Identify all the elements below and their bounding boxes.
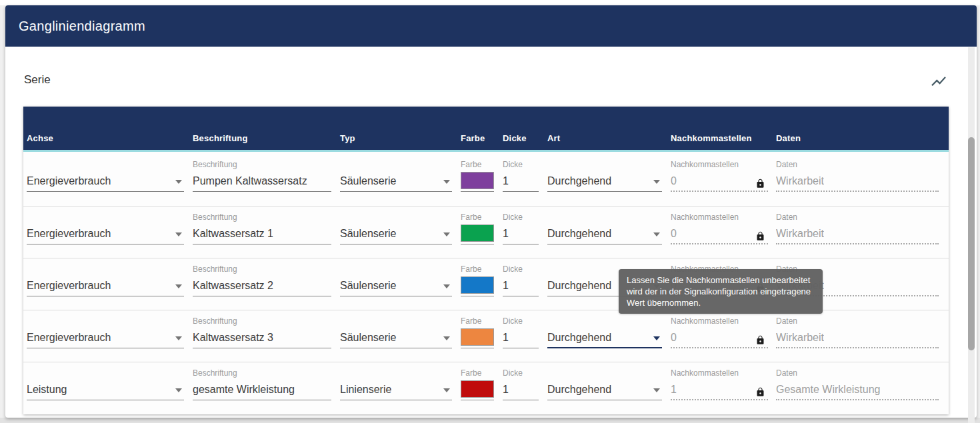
achse-value: Energieverbrauch: [27, 276, 111, 295]
tooltip: Lassen Sie die Nachkommastellen unbearbe…: [619, 269, 823, 314]
achse-cell: Energieverbrauch: [27, 207, 184, 258]
beschriftung-input[interactable]: gesamte Wirkleistung: [193, 380, 331, 400]
daten-value: Wirkarbeit: [776, 328, 824, 347]
typ-select[interactable]: Säulenserie: [340, 276, 452, 296]
nachkommastellen-input: 1: [671, 380, 768, 400]
achse-select[interactable]: Energieverbrauch: [27, 171, 184, 192]
beschriftung-input[interactable]: Kaltwassersatz 1: [193, 224, 331, 244]
beschriftung-label: Beschriftung: [193, 160, 237, 169]
art-value: Durchgehend: [547, 380, 611, 399]
dicke-input[interactable]: 1: [503, 171, 539, 192]
typ-cell: Säulenserie: [340, 310, 452, 362]
nachkommastellen-value: 0: [671, 171, 677, 191]
table-row: Energieverbrauch Beschriftung Pumpen Kal…: [23, 154, 949, 206]
beschriftung-value: Kaltwassersatz 2: [193, 276, 273, 295]
vertical-scrollbar[interactable]: [968, 47, 975, 423]
farbe-field: [461, 328, 494, 348]
art-cell: Durchgehend: [547, 362, 662, 414]
farbe-label: Farbe: [461, 316, 481, 326]
dicke-label: Dicke: [503, 316, 523, 326]
daten-label: Daten: [776, 212, 797, 222]
table-row: Energieverbrauch Beschriftung Kaltwasser…: [23, 310, 949, 362]
typ-value: Linienserie: [340, 380, 391, 399]
chevron-down-icon: [175, 284, 182, 288]
dicke-cell: Dicke 1: [503, 362, 539, 414]
achse-value: Energieverbrauch: [27, 171, 111, 191]
art-select[interactable]: Durchgehend: [547, 171, 662, 192]
typ-select[interactable]: Säulenserie: [340, 171, 452, 192]
typ-select[interactable]: Linienserie: [340, 380, 452, 400]
line-chart-icon[interactable]: [930, 73, 947, 90]
beschriftung-label: Beschriftung: [193, 316, 237, 326]
nachkommastellen-label: Nachkommastellen: [671, 160, 739, 169]
beschriftung-label: Beschriftung: [193, 212, 237, 222]
farbe-cell: Farbe: [461, 258, 494, 310]
scrollbar-thumb[interactable]: [968, 137, 975, 350]
daten-label: Daten: [776, 316, 797, 326]
dicke-input[interactable]: 1: [503, 328, 539, 348]
dicke-input[interactable]: 1: [503, 276, 539, 296]
achse-cell: Energieverbrauch: [27, 310, 184, 362]
art-value: Durchgehend: [547, 224, 611, 243]
beschriftung-value: Kaltwassersatz 1: [193, 224, 273, 243]
art-select[interactable]: Durchgehend: [547, 380, 662, 400]
lock-icon: [755, 332, 765, 344]
achse-select[interactable]: Energieverbrauch: [27, 328, 184, 348]
typ-select[interactable]: Säulenserie: [340, 328, 452, 348]
daten-input: Gesamte Wirkleistung: [776, 380, 939, 400]
typ-cell: Säulenserie: [340, 258, 452, 310]
column-header-nachkommastellen: Nachkommastellen: [671, 133, 768, 143]
dicke-input[interactable]: 1: [503, 380, 539, 400]
color-swatch[interactable]: [461, 328, 494, 346]
color-swatch[interactable]: [461, 224, 494, 242]
art-select[interactable]: Durchgehend: [547, 224, 662, 244]
nachkommastellen-cell: Nachkommastellen 0: [671, 154, 768, 206]
achse-select[interactable]: Energieverbrauch: [27, 224, 184, 244]
dicke-value: 1: [503, 380, 509, 399]
lock-icon: [755, 176, 765, 187]
beschriftung-value: Kaltwassersatz 3: [193, 328, 273, 347]
dicke-cell: Dicke 1: [503, 207, 539, 258]
achse-select[interactable]: Leistung: [27, 380, 184, 400]
daten-value: Gesamte Wirkleistung: [776, 380, 881, 399]
dicke-value: 1: [503, 171, 509, 191]
nachkommastellen-input: 0: [671, 224, 768, 244]
typ-cell: Linienserie: [340, 362, 452, 414]
color-swatch[interactable]: [461, 276, 494, 294]
achse-cell: Energieverbrauch: [27, 154, 184, 206]
tooltip-text: Lassen Sie die Nachkommastellen unbearbe…: [627, 275, 811, 308]
typ-select[interactable]: Säulenserie: [340, 224, 452, 244]
chevron-down-icon: [443, 232, 450, 236]
art-value: Durchgehend: [547, 171, 611, 191]
nachkommastellen-value: 0: [671, 328, 677, 347]
dicke-input[interactable]: 1: [503, 224, 539, 244]
beschriftung-label: Beschriftung: [193, 264, 237, 274]
beschriftung-input[interactable]: Kaltwassersatz 2: [193, 276, 331, 296]
art-value: Durchgehend: [547, 328, 611, 347]
achse-select[interactable]: Energieverbrauch: [27, 276, 184, 296]
daten-cell: Daten Wirkarbeit: [776, 310, 939, 362]
farbe-field: [461, 224, 494, 244]
art-value: Durchgehend: [547, 276, 611, 295]
nachkommastellen-label: Nachkommastellen: [671, 212, 739, 222]
beschriftung-cell: Beschriftung Kaltwassersatz 3: [193, 310, 331, 362]
dicke-cell: Dicke 1: [503, 310, 539, 362]
app-bar: Gangliniendiagramm: [5, 5, 977, 47]
series-table: Achse Beschriftung Typ Farbe Dicke Art N…: [23, 107, 949, 414]
chevron-down-icon: [443, 336, 450, 340]
beschriftung-input[interactable]: Pumpen Kaltwassersatz: [193, 171, 331, 192]
page-top-margin: [0, 0, 980, 5]
beschriftung-value: gesamte Wirkleistung: [193, 380, 295, 399]
beschriftung-label: Beschriftung: [193, 368, 237, 378]
lock-icon: [755, 228, 765, 240]
chevron-down-icon: [175, 336, 182, 340]
art-select[interactable]: Durchgehend: [547, 328, 662, 348]
color-swatch[interactable]: [461, 172, 494, 189]
beschriftung-input[interactable]: Kaltwassersatz 3: [193, 328, 331, 348]
farbe-cell: Farbe: [461, 154, 494, 206]
color-swatch[interactable]: [461, 380, 494, 398]
nachkommastellen-label: Nachkommastellen: [671, 316, 739, 326]
chevron-down-icon: [175, 388, 182, 392]
art-cell: Durchgehend: [547, 207, 662, 258]
dicke-value: 1: [503, 328, 509, 347]
